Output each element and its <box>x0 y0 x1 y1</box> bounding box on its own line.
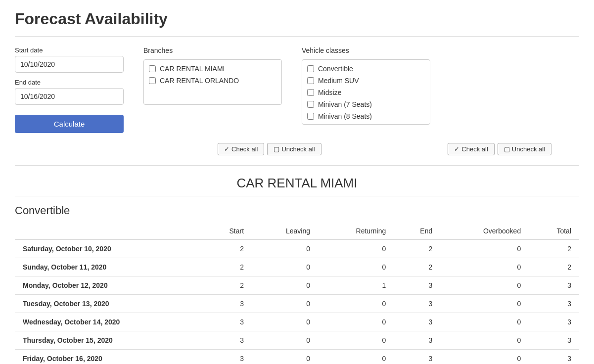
vc-midsize-label: Midsize <box>318 89 341 96</box>
cell-total: 3 <box>529 313 579 331</box>
branches-list-inner[interactable]: CAR RENTAL MIAMI CAR RENTAL ORLANDO <box>144 60 281 104</box>
cell-leaving: 0 <box>252 258 318 276</box>
table-header-row: Start Leaving Returning End Overbooked T… <box>15 223 579 239</box>
cell-date: Friday, October 16, 2020 <box>15 350 201 364</box>
vehicle-check-uncheck-group: ✓ Check all ▢ Uncheck all <box>448 143 551 155</box>
vc-convertible-checkbox[interactable] <box>307 65 314 72</box>
cell-leaving: 0 <box>252 239 318 258</box>
vc-medium-suv-label: Medium SUV <box>318 77 359 85</box>
cell-end: 3 <box>394 313 440 331</box>
cell-leaving: 0 <box>252 313 318 331</box>
uncheck-all-branches-label: Uncheck all <box>281 145 315 153</box>
cell-date: Tuesday, October 13, 2020 <box>15 295 201 313</box>
check-uncheck-row: ✓ Check all ▢ Uncheck all ✓ Check all ▢ … <box>15 143 579 155</box>
cell-returning: 0 <box>318 331 394 350</box>
vc-minivan-7-label: Minivan (7 Seats) <box>318 100 372 108</box>
cell-returning: 0 <box>318 295 394 313</box>
cell-leaving: 0 <box>252 331 318 350</box>
cell-end: 2 <box>394 239 440 258</box>
page-title: Forecast Availability <box>15 10 579 28</box>
cell-leaving: 0 <box>252 295 318 313</box>
cell-start: 2 <box>201 258 252 276</box>
end-date-label: End date <box>15 79 124 86</box>
table-row: Friday, October 16, 2020 3 0 0 3 0 3 <box>15 350 579 364</box>
cell-overbooked: 0 <box>440 276 529 295</box>
vc-item-minivan-8: Minivan (8 Seats) <box>306 110 426 122</box>
vehicle-list-box: Convertible Medium SUV Midsize Minivan (… <box>302 59 430 125</box>
vehicle-wrapper: Convertible Medium SUV Midsize Minivan (… <box>302 59 430 125</box>
branch-item-orlando: CAR RENTAL ORLANDO <box>148 75 277 87</box>
uncheck-icon-branches: ▢ <box>274 145 279 153</box>
table-row: Tuesday, October 13, 2020 3 0 0 3 0 3 <box>15 295 579 313</box>
vehicle-list-inner[interactable]: Convertible Medium SUV Midsize Minivan (… <box>302 60 430 124</box>
vc-medium-suv-checkbox[interactable] <box>307 77 314 84</box>
start-date-group: Start date <box>15 46 124 73</box>
cell-returning: 0 <box>318 350 394 364</box>
branch-orlando-checkbox[interactable] <box>149 77 156 84</box>
check-all-branches-label: Check all <box>231 145 258 153</box>
cell-end: 3 <box>394 331 440 350</box>
vehicle-class-title: Convertible <box>15 204 579 217</box>
uncheck-icon-vehicles: ▢ <box>504 145 510 153</box>
vc-item-medium-suv: Medium SUV <box>306 75 426 87</box>
controls-section: Start date End date Calculate Branches C… <box>15 46 579 133</box>
cell-date: Saturday, October 10, 2020 <box>15 239 201 258</box>
cell-total: 3 <box>529 331 579 350</box>
start-date-label: Start date <box>15 46 124 54</box>
table-body: Saturday, October 10, 2020 2 0 0 2 0 2 S… <box>15 239 579 364</box>
col-total: Total <box>529 223 579 239</box>
branches-title: Branches <box>143 46 282 54</box>
uncheck-all-vehicles-label: Uncheck all <box>512 145 545 153</box>
branch-miami-checkbox[interactable] <box>149 65 156 72</box>
cell-total: 3 <box>529 276 579 295</box>
cell-overbooked: 0 <box>440 331 529 350</box>
vc-item-minivan-7: Minivan (7 Seats) <box>306 98 426 110</box>
branches-wrapper: CAR RENTAL MIAMI CAR RENTAL ORLANDO <box>143 59 282 105</box>
check-icon-vehicles: ✓ <box>454 145 459 153</box>
uncheck-all-branches-button[interactable]: ▢ Uncheck all <box>267 143 321 155</box>
start-date-input[interactable] <box>15 56 124 73</box>
cell-start: 3 <box>201 313 252 331</box>
check-icon-branches: ✓ <box>224 145 229 153</box>
cell-overbooked: 0 <box>440 239 529 258</box>
vehicle-classes-title: Vehicle classes <box>302 46 430 54</box>
cell-date: Monday, October 12, 2020 <box>15 276 201 295</box>
end-date-input[interactable] <box>15 88 124 105</box>
cell-end: 2 <box>394 258 440 276</box>
check-all-branches-button[interactable]: ✓ Check all <box>218 143 264 155</box>
branch-item-miami: CAR RENTAL MIAMI <box>148 63 277 75</box>
branch-orlando-label: CAR RENTAL ORLANDO <box>160 77 239 85</box>
table-row: Saturday, October 10, 2020 2 0 0 2 0 2 <box>15 239 579 258</box>
cell-total: 2 <box>529 239 579 258</box>
vc-convertible-label: Convertible <box>318 65 353 73</box>
cell-overbooked: 0 <box>440 313 529 331</box>
vc-minivan-8-label: Minivan (8 Seats) <box>318 112 372 120</box>
vc-minivan-7-checkbox[interactable] <box>307 101 314 108</box>
vc-item-midsize: Midsize <box>306 87 426 98</box>
cell-start: 3 <box>201 350 252 364</box>
title-divider <box>15 36 579 37</box>
cell-overbooked: 0 <box>440 258 529 276</box>
cell-start: 2 <box>201 276 252 295</box>
branches-list-box: CAR RENTAL MIAMI CAR RENTAL ORLANDO <box>143 59 282 105</box>
vc-minivan-8-checkbox[interactable] <box>307 113 314 120</box>
table-header: Start Leaving Returning End Overbooked T… <box>15 223 579 239</box>
cell-end: 3 <box>394 350 440 364</box>
branch-divider <box>15 196 579 196</box>
branches-check-uncheck-group: ✓ Check all ▢ Uncheck all <box>218 143 321 155</box>
cell-date: Sunday, October 11, 2020 <box>15 258 201 276</box>
check-all-vehicles-label: Check all <box>461 145 488 153</box>
calculate-button[interactable]: Calculate <box>15 115 124 133</box>
cell-start: 3 <box>201 331 252 350</box>
vc-item-convertible: Convertible <box>306 63 426 75</box>
table-row: Thursday, October 15, 2020 3 0 0 3 0 3 <box>15 331 579 350</box>
uncheck-all-vehicles-button[interactable]: ▢ Uncheck all <box>498 143 551 155</box>
branch-miami-label: CAR RENTAL MIAMI <box>160 65 225 73</box>
end-date-group: End date <box>15 79 124 105</box>
check-all-vehicles-button[interactable]: ✓ Check all <box>448 143 494 155</box>
table-row: Sunday, October 11, 2020 2 0 0 2 0 2 <box>15 258 579 276</box>
vc-midsize-checkbox[interactable] <box>307 89 314 96</box>
date-section: Start date End date Calculate <box>15 46 124 133</box>
cell-overbooked: 0 <box>440 295 529 313</box>
col-start: Start <box>201 223 252 239</box>
